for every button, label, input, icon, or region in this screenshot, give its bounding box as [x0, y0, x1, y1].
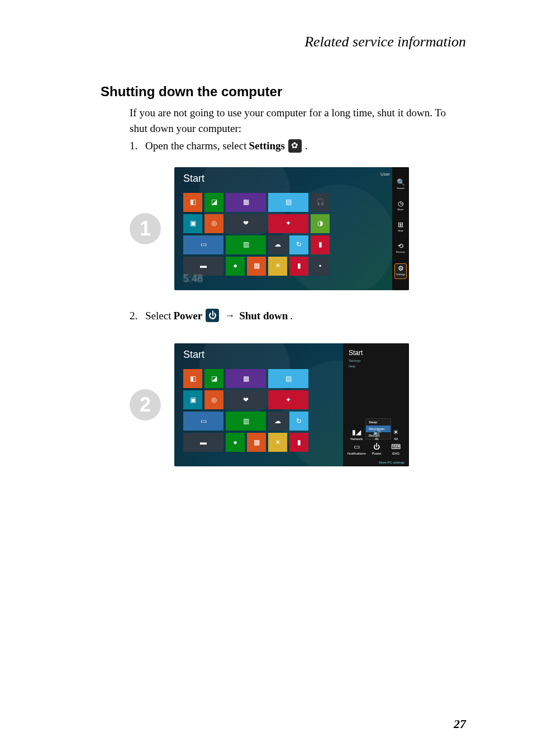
- gear-icon: ⚙: [398, 265, 404, 272]
- devices-icon: ⟲: [398, 243, 403, 249]
- step-1-pre: Open the charms, select: [145, 138, 246, 154]
- tile[interactable]: ◑: [311, 214, 330, 233]
- tile[interactable]: ◪: [204, 369, 223, 388]
- page-number: 27: [454, 717, 466, 731]
- tile[interactable]: ▮: [311, 235, 330, 254]
- figure-2: 2 Start ◧ ◪ ▦ ▤ ▣ ◎ ❤ ✦ ▭ ▥ ☁ ↻ ▬ ● ▦ ☀: [130, 343, 466, 466]
- charm-share[interactable]: ◷Share: [395, 200, 406, 215]
- flyout-notifications[interactable]: ▭Notifications: [348, 443, 366, 455]
- search-icon: 🔍: [397, 179, 405, 186]
- flyout-subtitle: Help: [349, 365, 403, 368]
- tile[interactable]: ▦: [247, 257, 266, 276]
- tile[interactable]: ☁: [268, 412, 287, 431]
- tile[interactable]: ▤: [268, 369, 308, 388]
- share-icon: ◷: [398, 200, 403, 207]
- charm-search[interactable]: 🔍Search: [395, 179, 406, 193]
- tile[interactable]: ▣: [183, 390, 202, 409]
- step-2: 2. Select Power ⏻ → Shut down .: [130, 308, 466, 324]
- screenshot-charms: Start User ◧ ◪ ▦ ▤ 🎧 ▣ ◎ ❤ ✦ ◑ ▭ ▥ ☁ ↻ ▮…: [174, 167, 409, 290]
- tile[interactable]: ●: [226, 257, 245, 276]
- tile[interactable]: ▤: [268, 193, 308, 212]
- tile[interactable]: ❤: [226, 214, 266, 233]
- volume-icon: 🔊: [373, 428, 381, 436]
- tile[interactable]: ▮: [289, 257, 308, 276]
- step-2-power-word: Power: [173, 308, 202, 324]
- notifications-icon: ▭: [354, 443, 360, 451]
- tile[interactable]: ▭: [183, 235, 223, 254]
- step-1: 1. Open the charms, select Settings ✿ .: [130, 138, 466, 154]
- tile[interactable]: ◪: [204, 193, 223, 212]
- charm-settings[interactable]: ⚙Settings: [395, 264, 406, 278]
- start-screen-label: Start: [183, 349, 204, 361]
- tile[interactable]: ◎: [204, 214, 223, 233]
- settings-flyout: Start Settings Help Sleep Shut down Rest…: [343, 343, 409, 466]
- user-label: User: [380, 172, 390, 177]
- tile[interactable]: 🎧: [311, 193, 330, 212]
- charm-start[interactable]: ⊞Start: [395, 221, 406, 236]
- brightness-icon: ☀: [393, 428, 399, 436]
- flyout-title: Start: [349, 349, 403, 357]
- tile[interactable]: ↻: [289, 235, 308, 254]
- step-2-shutdown-word: Shut down: [239, 308, 288, 324]
- tile[interactable]: ▮: [289, 433, 308, 452]
- charm-devices[interactable]: ⟲Devices: [395, 243, 406, 257]
- clock: 5:48: [183, 273, 203, 285]
- tile[interactable]: ▬: [183, 433, 223, 452]
- step-2-pre: Select: [145, 308, 171, 324]
- start-icon: ⊞: [398, 221, 403, 228]
- arrow-icon: →: [225, 308, 235, 323]
- power-icon: ⏻: [206, 309, 219, 322]
- tile[interactable]: ↻: [289, 412, 308, 431]
- step-1-post: .: [305, 138, 308, 154]
- step-1-number: 1.: [130, 138, 142, 154]
- intro-text: If you are not going to use your compute…: [130, 105, 466, 136]
- tile[interactable]: ◧: [183, 369, 202, 388]
- charms-bar: 🔍Search ◷Share ⊞Start ⟲Devices ⚙Settings: [392, 167, 409, 290]
- tile[interactable]: ☀: [268, 433, 287, 452]
- tile[interactable]: ◎: [204, 390, 223, 409]
- keyboard-icon: ⌨: [391, 443, 401, 451]
- gear-icon: ✿: [288, 139, 302, 153]
- power-menu-sleep[interactable]: Sleep: [366, 419, 391, 426]
- screenshot-settings-flyout: Start ◧ ◪ ▦ ▤ ▣ ◎ ❤ ✦ ▭ ▥ ☁ ↻ ▬ ● ▦ ☀ ▮: [174, 343, 409, 466]
- callout-1: 1: [130, 213, 161, 244]
- tile[interactable]: ◧: [183, 193, 202, 212]
- network-icon: ▮◢: [352, 428, 361, 436]
- callout-2: 2: [130, 389, 161, 420]
- tile[interactable]: ▭: [183, 412, 223, 431]
- running-head: Related service information: [101, 34, 466, 50]
- tile[interactable]: ▦: [226, 369, 266, 388]
- step-1-settings-word: Settings: [249, 138, 284, 154]
- step-2-number: 2.: [130, 308, 142, 324]
- tile[interactable]: ▣: [183, 214, 202, 233]
- step-2-post: .: [290, 308, 293, 324]
- tile[interactable]: ▪: [311, 257, 330, 276]
- flyout-brightness[interactable]: ☀40: [387, 428, 404, 441]
- tile[interactable]: ❤: [226, 390, 266, 409]
- flyout-volume[interactable]: 🔊40: [368, 428, 386, 441]
- flyout-more-settings[interactable]: More PC settings: [379, 461, 404, 464]
- flyout-network[interactable]: ▮◢Network: [348, 428, 366, 441]
- power-icon: ⏻: [373, 443, 380, 451]
- tile[interactable]: ▦: [247, 433, 266, 452]
- tile[interactable]: ☀: [268, 257, 287, 276]
- tile[interactable]: ☁: [268, 235, 287, 254]
- tile[interactable]: ●: [226, 433, 245, 452]
- start-screen-label: Start: [183, 173, 204, 185]
- figure-1: 1 Start User ◧ ◪ ▦ ▤ 🎧 ▣ ◎ ❤ ✦ ◑ ▭ ▥ ☁ ↻…: [130, 167, 466, 290]
- flyout-keyboard[interactable]: ⌨ENG: [387, 443, 404, 455]
- tile[interactable]: ▦: [226, 193, 266, 212]
- section-title: Shutting down the computer: [101, 84, 466, 100]
- tile[interactable]: ▥: [226, 412, 266, 431]
- start-tiles: ◧ ◪ ▦ ▤ ▣ ◎ ❤ ✦ ▭ ▥ ☁ ↻ ▬ ● ▦ ☀ ▮: [183, 369, 308, 452]
- flyout-quick-grid: ▮◢Network 🔊40 ☀40 ▭Notifications ⏻Power …: [348, 428, 404, 455]
- tile[interactable]: ✦: [268, 214, 308, 233]
- flyout-power[interactable]: ⏻Power: [368, 443, 386, 455]
- flyout-subtitle: Settings: [349, 359, 403, 362]
- tile[interactable]: ▥: [226, 235, 266, 254]
- start-tiles: ◧ ◪ ▦ ▤ 🎧 ▣ ◎ ❤ ✦ ◑ ▭ ▥ ☁ ↻ ▮ ▬ ● ▦ ☀ ▮: [183, 193, 330, 276]
- tile[interactable]: ✦: [268, 390, 308, 409]
